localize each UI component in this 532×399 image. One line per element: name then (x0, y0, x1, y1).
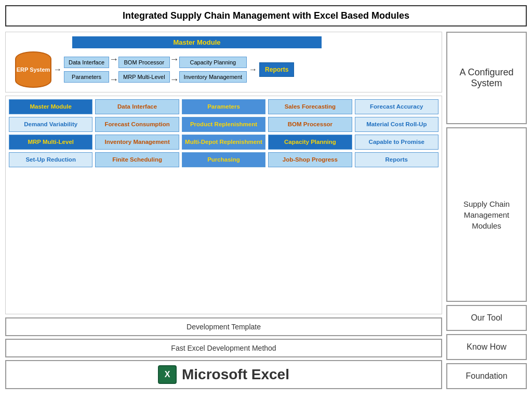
right-panel: A Configured System Supply Chain Managem… (446, 32, 527, 389)
arrow-bom: → (170, 54, 179, 65)
module-sales-forecasting: Sales Forecasting (268, 99, 352, 114)
diag-parameters: Parameters (64, 71, 109, 83)
diag-data-interface: Data Interface (64, 57, 109, 68)
configured-system-box: A Configured System (446, 32, 527, 124)
our-tool-box: Our Tool (446, 305, 527, 331)
module-demand-variability: Demand Variability (9, 117, 92, 132)
module-setup-reduction: Set-Up Reduction (9, 152, 92, 167)
foundation-box: Foundation (446, 363, 527, 389)
arrow-params: → (109, 74, 118, 85)
module-material-cost-rollup: Material Cost Roll-Up (355, 117, 438, 132)
supply-chain-modules-box: Supply Chain Management Modules (446, 127, 527, 302)
excel-logo: X (158, 365, 177, 384)
arrow-erp: → (51, 65, 64, 74)
modules-grid: Master Module Data Interface Parameters … (9, 99, 438, 167)
excel-letter: X (165, 370, 170, 379)
arrow-mrp: → (170, 74, 179, 85)
module-mrp-multilevel: MRP Multi-Level (9, 135, 92, 150)
module-capacity-planning: Capacity Planning (268, 135, 352, 150)
module-forecast-accuracy: Forecast Accuracy (355, 99, 438, 114)
module-purchasing: Purchasing (182, 152, 265, 167)
know-how-box: Know How (446, 334, 527, 360)
excel-title: Microsoft Excel (182, 366, 289, 383)
arrow-reports: → (247, 65, 259, 74)
diag-inventory: Inventory Management (179, 71, 247, 83)
module-forecast-consumption: Forecast Consumption (95, 117, 179, 132)
page-title: Integrated Supply Chain Management with … (5, 5, 527, 26)
module-product-replenishment: Product Replenishment (182, 117, 265, 132)
diagram-section: Master Module ERP System → Data Interfac… (5, 32, 442, 92)
microsoft-excel-row: X Microsoft Excel (5, 360, 442, 389)
module-reports: Reports (355, 152, 438, 167)
module-parameters: Parameters (182, 99, 265, 114)
module-jobshop-progress: Job-Shop Progress (268, 152, 352, 167)
supply-chain-label: Supply Chain Management Modules (451, 198, 522, 231)
module-multi-depot: Multi-Depot Replenishment (182, 135, 265, 150)
modules-section: Master Module Data Interface Parameters … (5, 96, 442, 314)
module-finite-scheduling: Finite Scheduling (95, 152, 179, 167)
erp-cylinder: ERP System (15, 51, 51, 88)
diag-reports: Reports (259, 62, 294, 77)
module-capable-to-promise: Capable to Promise (355, 135, 438, 150)
module-bom-processor: BOM Processor (268, 117, 352, 132)
module-master-module: Master Module (9, 99, 92, 114)
master-module-bar: Master Module (72, 36, 322, 48)
module-data-interface: Data Interface (95, 99, 179, 114)
bottom-section: Development Template Fast Excel Developm… (5, 317, 442, 389)
arrow-di: → (109, 54, 118, 65)
diag-mrp: MRP Multi-Level (118, 71, 170, 83)
diag-bom: BOM Processor (118, 57, 170, 68)
development-template: Development Template (5, 317, 442, 336)
module-inventory-management: Inventory Management (95, 135, 179, 150)
diag-capacity: Capacity Planning (179, 57, 247, 68)
fast-excel-method: Fast Excel Development Method (5, 339, 442, 357)
